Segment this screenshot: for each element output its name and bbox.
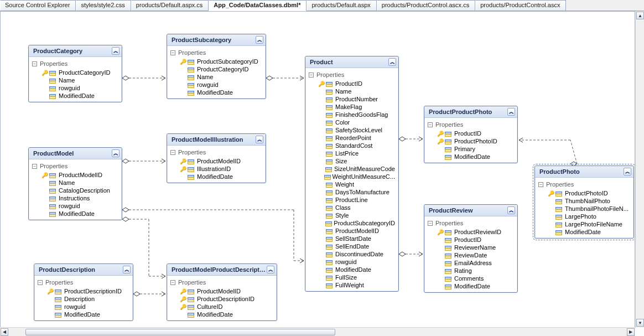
field[interactable]: ModifiedDate xyxy=(547,228,630,236)
entity-product[interactable]: Product︽−Properties🔑ProductIDNameProduct… xyxy=(305,56,399,292)
field[interactable]: ProductLine xyxy=(318,196,395,204)
collapse-icon[interactable]: ︽ xyxy=(256,136,263,143)
field[interactable]: Name xyxy=(179,73,262,81)
field[interactable]: 🔑ProductID xyxy=(318,80,395,87)
entity-title[interactable]: ProductProductPhoto︽ xyxy=(424,106,517,118)
tree-toggle-icon[interactable]: − xyxy=(538,182,543,187)
entity-title[interactable]: ProductModelIllustration︽ xyxy=(167,134,266,146)
tab[interactable]: styles/style2.css xyxy=(76,0,131,11)
field[interactable]: 🔑IllustrationID xyxy=(179,165,262,173)
entity-productphoto[interactable]: ProductPhoto︽−Properties🔑ProductPhotoIDT… xyxy=(534,166,634,239)
field[interactable]: EmailAddress xyxy=(437,259,514,267)
field[interactable]: ProductNumber xyxy=(318,95,395,103)
field[interactable]: WeightUnitMeasureC... xyxy=(318,173,395,180)
field[interactable]: rowguid xyxy=(41,202,118,210)
field[interactable]: rowguid xyxy=(179,81,262,89)
collapse-icon[interactable]: ︽ xyxy=(256,36,263,44)
tab[interactable]: products/ProductControl.ascx.cs xyxy=(377,0,475,11)
field[interactable]: 🔑ProductModelID xyxy=(179,157,262,165)
field[interactable]: Comments xyxy=(437,275,514,282)
field[interactable]: FullSize xyxy=(318,273,395,281)
tree-toggle-icon[interactable]: − xyxy=(32,61,37,66)
field[interactable]: Rating xyxy=(437,267,514,275)
properties-header[interactable]: −Properties xyxy=(32,162,118,171)
field[interactable]: ModifiedDate xyxy=(179,311,273,318)
properties-header[interactable]: −Properties xyxy=(538,180,630,189)
tree-toggle-icon[interactable]: − xyxy=(309,73,314,77)
entity-title[interactable]: ProductModelProductDescriptionC...︽ xyxy=(167,264,277,276)
tab[interactable]: products/ProductControl.ascx xyxy=(475,0,566,11)
field[interactable]: ListPrice xyxy=(318,149,395,157)
field[interactable]: LargePhotoFileName xyxy=(547,220,630,228)
collapse-icon[interactable]: ︽ xyxy=(624,168,631,175)
field[interactable]: 🔑ProductID xyxy=(437,130,514,137)
scroll-thumb[interactable] xyxy=(25,329,335,335)
entity-productmodelillustration[interactable]: ProductModelIllustration︽−Properties🔑Pro… xyxy=(167,133,266,183)
field[interactable]: 🔑ProductReviewID xyxy=(437,228,514,236)
field[interactable]: ReviewDate xyxy=(437,251,514,259)
field[interactable]: ModifiedDate xyxy=(46,311,129,318)
field[interactable]: ModifiedDate xyxy=(41,210,118,218)
collapse-icon[interactable]: ︽ xyxy=(112,47,120,55)
collapse-icon[interactable]: ︽ xyxy=(507,206,515,214)
properties-header[interactable]: −Properties xyxy=(32,59,118,69)
properties-header[interactable]: −Properties xyxy=(428,219,514,228)
properties-header[interactable]: −Properties xyxy=(309,70,395,80)
field[interactable]: MakeFlag xyxy=(318,103,395,111)
field[interactable]: rowguid xyxy=(318,258,395,266)
properties-header[interactable]: −Properties xyxy=(428,120,514,130)
scroll-up-icon[interactable]: ▲ xyxy=(636,12,644,19)
field[interactable]: 🔑ProductDescriptionID xyxy=(46,287,129,295)
field[interactable]: SizeUnitMeasureCode xyxy=(318,165,395,173)
field[interactable]: CatalogDescription xyxy=(41,187,118,194)
field[interactable]: ProductID xyxy=(437,236,514,244)
field[interactable]: ModifiedDate xyxy=(437,153,514,161)
properties-header[interactable]: −Properties xyxy=(170,48,262,58)
collapse-icon[interactable]: ︽ xyxy=(388,58,396,66)
entity-title[interactable]: ProductDescription︽ xyxy=(34,264,133,276)
entity-productmodel[interactable]: ProductModel︽−Properties🔑ProductModelIDN… xyxy=(28,147,122,220)
field[interactable]: SellEndDate xyxy=(318,242,395,250)
entity-title[interactable]: ProductCategory︽ xyxy=(29,45,122,57)
field[interactable]: SellStartDate xyxy=(318,235,395,242)
scroll-right-icon[interactable]: ▶ xyxy=(627,328,635,336)
scroll-left-icon[interactable]: ◀ xyxy=(1,328,8,336)
tab[interactable]: products/Default.aspx.cs xyxy=(131,0,209,11)
tree-toggle-icon[interactable]: − xyxy=(38,280,43,285)
properties-header[interactable]: −Properties xyxy=(38,278,129,287)
collapse-icon[interactable]: ︽ xyxy=(267,266,274,273)
field[interactable]: ModifiedDate xyxy=(437,282,514,290)
field[interactable]: Name xyxy=(41,179,118,187)
field[interactable]: FinishedGoodsFlag xyxy=(318,111,395,118)
collapse-icon[interactable]: ︽ xyxy=(112,149,120,157)
tab[interactable]: products/Default.aspx xyxy=(307,0,376,11)
tree-toggle-icon[interactable]: − xyxy=(428,221,433,226)
field[interactable]: ThumbNailPhoto xyxy=(547,197,630,205)
collapse-icon[interactable]: ︽ xyxy=(123,266,131,273)
entity-productreview[interactable]: ProductReview︽−Properties🔑ProductReviewI… xyxy=(424,204,518,293)
properties-header[interactable]: −Properties xyxy=(170,148,262,157)
field[interactable]: ReviewerName xyxy=(437,244,514,251)
field[interactable]: 🔑ProductModelID xyxy=(41,171,118,179)
field[interactable]: Style xyxy=(318,211,395,219)
field[interactable]: rowguid xyxy=(41,84,118,92)
tab[interactable]: Source Control Explorer xyxy=(0,0,76,11)
tree-toggle-icon[interactable]: − xyxy=(170,280,175,285)
entity-productsubcategory[interactable]: ProductSubcategory︽−Properties🔑ProductSu… xyxy=(167,34,266,99)
field[interactable]: Instructions xyxy=(41,194,118,202)
field[interactable]: 🔑ProductModelID xyxy=(179,287,273,295)
field[interactable]: Primary xyxy=(437,145,514,153)
entity-title[interactable]: ProductPhoto︽ xyxy=(535,166,633,178)
horizontal-scrollbar[interactable]: ◀ ▶ xyxy=(0,327,635,336)
field[interactable]: rowguid xyxy=(46,303,129,311)
tree-toggle-icon[interactable]: − xyxy=(170,150,175,155)
field[interactable]: Weight xyxy=(318,180,395,188)
field[interactable]: ModifiedDate xyxy=(179,173,262,180)
entity-title[interactable]: ProductReview︽ xyxy=(424,205,517,216)
field[interactable]: ProductSubcategoryID xyxy=(318,219,395,227)
field[interactable]: Name xyxy=(41,76,118,84)
field[interactable]: 🔑ProductDescriptionID xyxy=(179,295,273,303)
field[interactable]: Size xyxy=(318,157,395,165)
field[interactable]: Description xyxy=(46,295,129,303)
tab[interactable]: App_Code/DataClasses.dbml* xyxy=(209,0,307,11)
